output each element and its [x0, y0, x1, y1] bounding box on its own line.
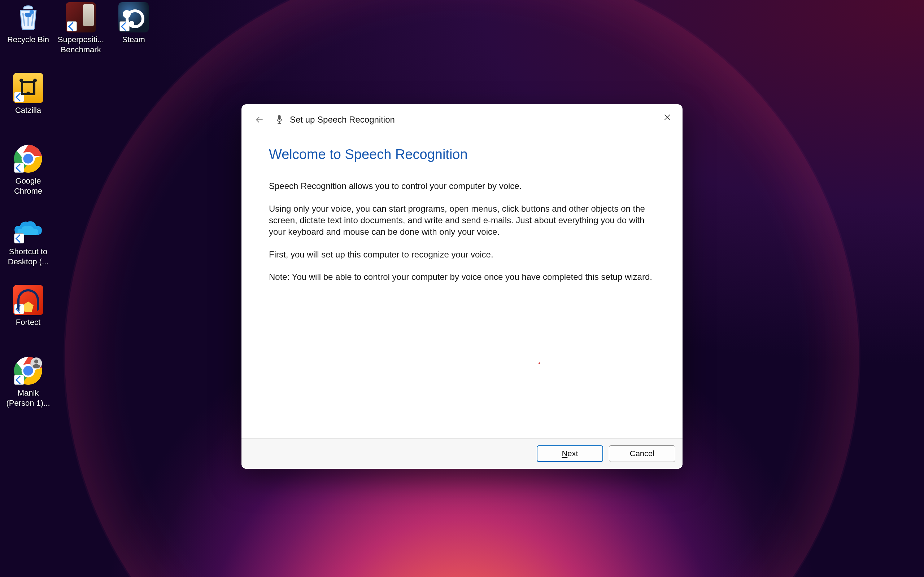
- shortcut-overlay-icon: [14, 375, 24, 385]
- dialog-paragraph: Speech Recognition allows you to control…: [269, 180, 655, 192]
- steam-icon: [118, 2, 149, 32]
- shortcut-overlay-icon: [14, 233, 24, 243]
- desktop-icon-label: Catzilla: [3, 105, 53, 115]
- desktop-icon-label: Steam: [108, 35, 159, 45]
- dialog-paragraph: Using only your voice, you can start pro…: [269, 203, 655, 238]
- next-button[interactable]: Next: [537, 445, 603, 462]
- shortcut-overlay-icon: [14, 163, 24, 173]
- cursor-dot: [538, 363, 540, 364]
- desktop-icon-steam[interactable]: Steam: [108, 2, 159, 45]
- dialog-paragraph: First, you will set up this computer to …: [269, 249, 655, 260]
- desktop-icon-label: Manik: [3, 388, 53, 398]
- desktop-icon-label-2: Benchmark: [56, 45, 106, 55]
- dialog-footer: Next Cancel: [241, 438, 683, 469]
- dialog-content: Welcome to Speech Recognition Speech Rec…: [241, 135, 683, 438]
- svg-point-8: [34, 359, 38, 364]
- svg-rect-9: [278, 115, 281, 120]
- chrome-icon: [13, 143, 43, 174]
- recycle-bin-icon: [13, 2, 43, 32]
- fortect-icon: [13, 285, 43, 315]
- desktop-icon-label-2: Desktop (...: [3, 257, 53, 267]
- desktop-icon-label: Google: [3, 176, 53, 186]
- catzilla-icon: [13, 73, 43, 103]
- shortcut-overlay-icon: [120, 21, 129, 31]
- desktop-icon-label: Shortcut to: [3, 247, 53, 257]
- onedrive-icon: [13, 214, 43, 245]
- superposition-icon: [66, 2, 96, 32]
- dialog-heading: Welcome to Speech Recognition: [269, 145, 655, 164]
- cancel-button[interactable]: Cancel: [609, 445, 675, 462]
- desktop-icon-label: Superpositi...: [56, 35, 106, 45]
- desktop-icon-superposition[interactable]: Superpositi... Benchmark: [56, 2, 106, 55]
- desktop-icon-fortect[interactable]: Fortect: [3, 285, 53, 327]
- desktop-icon-manik[interactable]: Manik (Person 1)...: [3, 356, 53, 408]
- desktop-icon-catzilla[interactable]: Catzilla: [3, 73, 53, 115]
- dialog-titlebar[interactable]: Set up Speech Recognition: [241, 104, 683, 135]
- shortcut-overlay-icon: [14, 304, 24, 314]
- chrome-profile-icon: [13, 356, 43, 386]
- desktop-icon-recycle-bin[interactable]: Recycle Bin: [3, 2, 53, 45]
- desktop-icon-label: Fortect: [3, 318, 53, 327]
- dialog-title: Set up Speech Recognition: [290, 115, 395, 125]
- desktop-icon-label-2: Chrome: [3, 186, 53, 196]
- speech-recognition-wizard: Set up Speech Recognition Welcome to Spe…: [241, 104, 683, 469]
- dialog-paragraph: Note: You will be able to control your c…: [269, 271, 655, 283]
- next-button-accel: N: [562, 449, 567, 458]
- next-button-rest: ext: [567, 449, 578, 458]
- desktop-icon-label: Recycle Bin: [3, 35, 53, 45]
- desktop-icon-chrome[interactable]: Google Chrome: [3, 143, 53, 196]
- shortcut-overlay-icon: [67, 21, 77, 31]
- close-button[interactable]: [656, 108, 679, 127]
- back-button[interactable]: [252, 112, 267, 128]
- shortcut-overlay-icon: [14, 92, 24, 102]
- desktop-icon-onedrive-shortcut[interactable]: Shortcut to Desktop (...: [3, 214, 53, 266]
- microphone-icon: [274, 114, 285, 125]
- desktop-icon-label-2: (Person 1)...: [3, 398, 53, 408]
- svg-point-0: [30, 10, 34, 14]
